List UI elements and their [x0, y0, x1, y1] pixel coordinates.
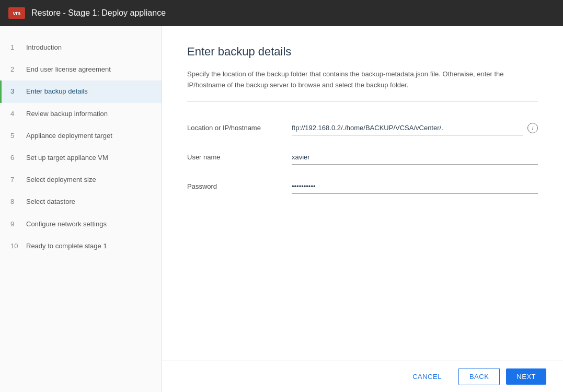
content-body: Enter backup details Specify the locatio…: [162, 26, 563, 361]
step-label-7: Select deployment size: [26, 175, 96, 185]
sidebar-item-4[interactable]: 4 Review backup information: [0, 103, 162, 125]
step-label-8: Select datastore: [26, 197, 75, 206]
location-field[interactable]: [292, 121, 523, 135]
sidebar-item-10[interactable]: 10 Ready to complete stage 1: [0, 235, 162, 257]
step-label-4: Review backup information: [26, 109, 108, 119]
step-label-3: Enter backup details: [26, 87, 88, 96]
sidebar: 1 Introduction 2 End user license agreem…: [0, 26, 162, 392]
step-label-1: Introduction: [26, 43, 62, 52]
backup-details-form: Location or IP/hostnameiUser namePasswor…: [187, 121, 538, 194]
sidebar-item-6[interactable]: 6 Set up target appliance VM: [0, 147, 162, 169]
password-field-label: Password: [187, 182, 292, 190]
step-number-8: 8: [10, 197, 22, 205]
vm-logo: vm: [8, 7, 25, 19]
username-field[interactable]: [292, 150, 538, 165]
page-description: Specify the location of the backup folde…: [187, 69, 538, 102]
step-label-5: Appliance deployment target: [26, 131, 112, 141]
next-button[interactable]: NEXT: [506, 368, 546, 385]
username-field-label: User name: [187, 153, 292, 161]
step-label-6: Set up target appliance VM: [26, 153, 108, 163]
step-number-2: 2: [10, 65, 22, 73]
form-row-1: Location or IP/hostnamei: [187, 121, 538, 135]
step-number-1: 1: [10, 43, 22, 51]
back-button[interactable]: BACK: [458, 368, 500, 385]
footer: CANCEL BACK NEXT: [162, 361, 563, 392]
form-row-2: User name: [187, 150, 538, 165]
password-field-wrapper: [292, 179, 538, 194]
location-field-wrapper: i: [292, 121, 538, 135]
step-number-3: 3: [10, 87, 22, 95]
form-row-3: Password: [187, 179, 538, 194]
step-label-9: Configure network settings: [26, 220, 107, 229]
step-number-7: 7: [10, 175, 22, 183]
step-label-2: End user license agreement: [26, 65, 111, 74]
sidebar-item-3[interactable]: 3 Enter backup details: [0, 80, 162, 102]
main-layout: 1 Introduction 2 End user license agreem…: [0, 26, 563, 392]
location-field-label: Location or IP/hostname: [187, 124, 292, 132]
sidebar-item-8[interactable]: 8 Select datastore: [0, 191, 162, 213]
sidebar-item-5[interactable]: 5 Appliance deployment target: [0, 125, 162, 147]
sidebar-item-1[interactable]: 1 Introduction: [0, 37, 162, 59]
step-number-5: 5: [10, 131, 22, 140]
app-header: vm Restore - Stage 1: Deploy appliance: [0, 0, 563, 26]
step-number-6: 6: [10, 153, 22, 162]
step-label-10: Ready to complete stage 1: [26, 241, 107, 251]
step-number-9: 9: [10, 220, 22, 228]
password-field[interactable]: [292, 179, 538, 194]
content-area: Enter backup details Specify the locatio…: [162, 26, 563, 392]
location-field-info-icon[interactable]: i: [527, 123, 538, 133]
step-number-10: 10: [10, 241, 22, 250]
step-number-4: 4: [10, 109, 22, 118]
page-title: Enter backup details: [187, 45, 538, 59]
app-title: Restore - Stage 1: Deploy appliance: [31, 8, 166, 18]
sidebar-item-9[interactable]: 9 Configure network settings: [0, 213, 162, 235]
sidebar-item-7[interactable]: 7 Select deployment size: [0, 169, 162, 191]
sidebar-item-2[interactable]: 2 End user license agreement: [0, 59, 162, 80]
username-field-wrapper: [292, 150, 538, 165]
cancel-button[interactable]: CANCEL: [402, 368, 452, 385]
